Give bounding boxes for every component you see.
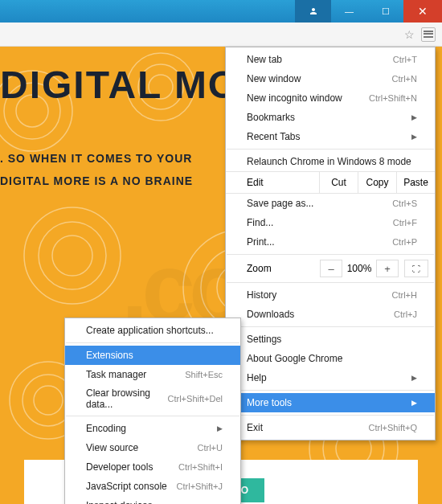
menu-exit[interactable]: ExitCtrl+Shift+Q	[226, 418, 435, 437]
chevron-right-icon: ▶	[411, 399, 417, 407]
chevron-right-icon: ▶	[411, 374, 417, 382]
menu-recent-tabs[interactable]: Recent Tabs▶	[226, 127, 435, 146]
menu-help[interactable]: Help▶	[226, 368, 435, 387]
submenu-task-manager[interactable]: Task managerShift+Esc	[65, 365, 240, 384]
menu-find[interactable]: Find...Ctrl+F	[226, 213, 435, 232]
menu-separator	[227, 282, 434, 283]
menu-paste[interactable]: Paste	[396, 172, 435, 193]
bookmark-star-icon[interactable]: ☆	[404, 28, 415, 41]
menu-edit-row: Edit Cut Copy Paste	[226, 171, 435, 194]
submenu-js-console[interactable]: JavaScript consoleCtrl+Shift+J	[65, 477, 240, 496]
menu-new-incognito[interactable]: New incognito windowCtrl+Shift+N	[226, 88, 435, 108]
submenu-view-source[interactable]: View sourceCtrl+U	[65, 438, 240, 457]
fullscreen-button[interactable]: ⛶	[404, 260, 428, 277]
svg-point-18	[34, 386, 63, 415]
chevron-right-icon: ▶	[411, 113, 417, 121]
menu-zoom-label: Zoom	[247, 263, 319, 274]
menu-relaunch-win8[interactable]: Relaunch Chrome in Windows 8 mode	[226, 152, 435, 171]
menu-save-page[interactable]: Save page as...Ctrl+S	[226, 194, 435, 213]
submenu-create-shortcuts[interactable]: Create application shortcuts...	[65, 321, 240, 340]
menu-separator	[227, 390, 434, 391]
menu-new-tab[interactable]: New tabCtrl+T	[226, 50, 435, 69]
submenu-encoding[interactable]: Encoding▶	[65, 419, 240, 438]
user-button[interactable]	[295, 0, 331, 23]
close-button[interactable]: ✕	[403, 0, 442, 23]
menu-separator	[227, 326, 434, 327]
menu-settings[interactable]: Settings	[226, 330, 435, 349]
maximize-button[interactable]: ☐	[367, 0, 403, 23]
chevron-right-icon: ▶	[411, 133, 417, 141]
zoom-out-button[interactable]: –	[320, 260, 342, 277]
menu-downloads[interactable]: DownloadsCtrl+J	[226, 305, 435, 324]
menu-separator	[227, 415, 434, 416]
svg-point-10	[39, 222, 106, 289]
menu-more-tools[interactable]: More tools▶	[226, 393, 435, 412]
menu-history[interactable]: HistoryCtrl+H	[226, 285, 435, 305]
menu-separator	[227, 149, 434, 150]
menu-new-window[interactable]: New windowCtrl+N	[226, 69, 435, 88]
window-titlebar: — ☐ ✕	[0, 0, 442, 23]
minimize-button[interactable]: —	[331, 0, 367, 23]
menu-bookmarks[interactable]: Bookmarks▶	[226, 108, 435, 127]
browser-toolbar: ☆	[0, 23, 442, 47]
hamburger-menu-button[interactable]	[421, 27, 436, 42]
menu-print[interactable]: Print...Ctrl+P	[226, 232, 435, 252]
menu-edit-label: Edit	[226, 172, 319, 193]
submenu-clear-data[interactable]: Clear browsing data...Ctrl+Shift+Del	[65, 384, 240, 413]
svg-point-9	[52, 236, 92, 276]
menu-about[interactable]: About Google Chrome	[226, 349, 435, 368]
menu-zoom-row: Zoom – 100% + ⛶	[226, 257, 435, 280]
menu-separator	[227, 254, 434, 255]
menu-cut[interactable]: Cut	[319, 172, 358, 193]
menu-copy[interactable]: Copy	[358, 172, 396, 193]
menu-separator	[66, 342, 239, 343]
zoom-in-button[interactable]: +	[376, 260, 399, 277]
submenu-developer-tools[interactable]: Developer toolsCtrl+Shift+I	[65, 457, 240, 477]
chevron-right-icon: ▶	[217, 424, 223, 432]
zoom-value: 100%	[343, 263, 375, 274]
submenu-extensions[interactable]: Extensions	[65, 346, 240, 365]
more-tools-submenu: Create application shortcuts... Extensio…	[64, 318, 241, 504]
chrome-main-menu: New tabCtrl+T New windowCtrl+N New incog…	[225, 47, 436, 440]
menu-separator	[66, 416, 239, 416]
submenu-inspect-devices[interactable]: Inspect devices	[65, 496, 240, 504]
